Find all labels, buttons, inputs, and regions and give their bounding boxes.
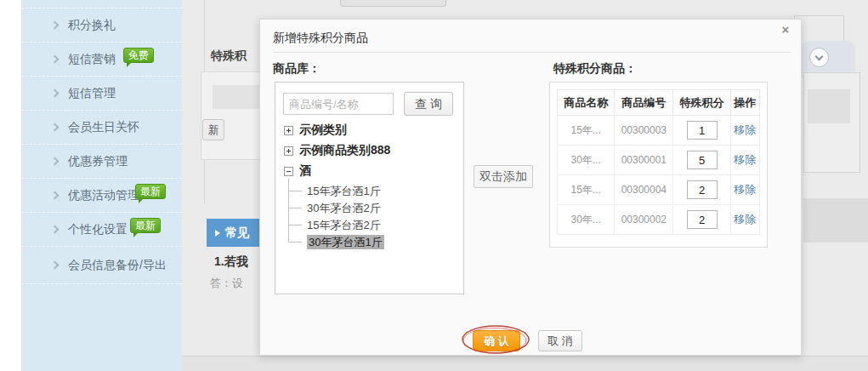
tree-leaf-product-selected[interactable]: 30年茅台酒1斤 — [288, 233, 460, 250]
table-header-row: 商品名称 商品编号 特殊积分 操作 — [558, 90, 760, 116]
action-cell: 移除 — [730, 205, 759, 235]
product-tree: 示例类别 示例商品类别888 酒 15年茅台酒1斤 30年茅台酒2斤 — [284, 120, 460, 250]
faq-header-label: 常见 — [225, 225, 249, 241]
remove-link[interactable]: 移除 — [734, 183, 756, 196]
table-row: 15年... 00300003 移除 — [558, 116, 760, 146]
chevron-right-icon — [51, 261, 60, 270]
tree-leaf-product[interactable]: 15年茅台酒2斤 — [288, 216, 460, 233]
collapse-icon[interactable] — [284, 167, 293, 176]
query-button[interactable]: 查 询 — [404, 92, 453, 116]
double-click-add-button[interactable]: 双击添加 — [474, 165, 533, 188]
new-badge: 最新 — [135, 184, 166, 199]
expand-icon[interactable] — [284, 126, 293, 135]
sidebar: 积分换礼 短信营销 免费 短信管理 会员生日关怀 优惠券管理 优惠活动管理 最新… — [21, 0, 182, 371]
background-section-label: 特殊积 — [211, 49, 247, 64]
tree-leaf-product[interactable]: 15年茅台酒1斤 — [288, 182, 460, 199]
remove-link[interactable]: 移除 — [734, 123, 756, 136]
product-search-input[interactable] — [283, 93, 394, 115]
tree-children: 15年茅台酒1斤 30年茅台酒2斤 15年茅台酒2斤 30年茅台酒1斤 — [288, 181, 460, 250]
sidebar-item-label: 短信营销 — [68, 52, 116, 67]
close-icon[interactable]: × — [779, 23, 792, 37]
chevron-right-icon — [51, 123, 60, 132]
sidebar-item-sms-marketing[interactable]: 短信营销 免费 — [21, 43, 182, 77]
chevron-right-icon — [51, 55, 60, 64]
points-cell — [673, 175, 730, 205]
background-panel — [803, 198, 868, 243]
selected-products-table: 商品名称 商品编号 特殊积分 操作 15年... 00300003 — [557, 89, 760, 235]
table-row: 30年... 00300001 移除 — [558, 146, 760, 175]
selected-products-panel: 商品名称 商品编号 特殊积分 操作 15年... 00300003 — [549, 82, 768, 248]
product-code-cell: 00300004 — [615, 175, 673, 205]
sidebar-item-label: 优惠活动管理 — [68, 188, 139, 203]
sidebar-item-promo-management[interactable]: 优惠活动管理 最新 — [21, 179, 182, 213]
triangle-right-icon — [215, 230, 220, 237]
tree-node-sample-category-888[interactable]: 示例商品类别888 — [284, 140, 460, 161]
background-field — [808, 89, 850, 123]
column-header-name: 商品名称 — [558, 90, 615, 116]
dialog-title: 新增特殊积分商品 — [273, 31, 368, 46]
product-code-cell: 00300002 — [615, 205, 673, 235]
table-row: 15年... 00300004 移除 — [558, 175, 760, 205]
background-new-button-partial: 新 — [202, 119, 224, 140]
product-name-cell: 30年... — [558, 205, 615, 235]
tree-leaf-product[interactable]: 30年茅台酒2斤 — [288, 199, 460, 216]
action-cell: 移除 — [730, 175, 759, 205]
title-divider — [273, 52, 791, 53]
sidebar-item-label: 短信管理 — [68, 86, 116, 101]
sidebar-item-member-birthday[interactable]: 会员生日关怀 — [21, 111, 182, 145]
sidebar-item-member-backup-export[interactable]: 会员信息备份/导出 — [21, 247, 182, 284]
product-code-cell: 00300001 — [615, 146, 673, 175]
product-library-label: 商品库： — [273, 61, 321, 77]
sidebar-item-label: 个性化设置 — [68, 222, 128, 237]
product-library-panel: 查 询 示例类别 示例商品类别888 酒 15年茅台酒1斤 — [275, 82, 464, 294]
product-name-cell: 15年... — [558, 116, 615, 146]
add-special-points-product-dialog: × 新增特殊积分商品 商品库： 特殊积分商品： 查 询 示例类别 示例商品类别8… — [259, 19, 802, 356]
sidebar-item-label: 积分换礼 — [68, 18, 116, 33]
background-button-partial — [340, 0, 446, 7]
chevron-right-icon — [51, 225, 60, 234]
column-header-action: 操作 — [730, 90, 759, 116]
sidebar-partial-item — [21, 0, 182, 9]
points-input[interactable] — [687, 121, 718, 140]
faq-question-text: 1.若我 — [214, 254, 248, 270]
points-cell — [673, 205, 730, 235]
chevron-right-icon — [51, 191, 60, 200]
faq-answer-text: 答：设 — [210, 276, 243, 291]
tree-node-sample-category[interactable]: 示例类别 — [284, 120, 460, 140]
product-code-cell: 00300003 — [615, 116, 673, 146]
column-header-code: 商品编号 — [615, 90, 673, 116]
remove-link[interactable]: 移除 — [734, 213, 756, 225]
points-cell — [673, 116, 730, 146]
collapse-toggle-button — [809, 48, 829, 67]
screen: 积分换礼 短信营销 免费 短信管理 会员生日关怀 优惠券管理 优惠活动管理 最新… — [0, 0, 868, 371]
new-badge: 最新 — [130, 218, 161, 233]
product-name-cell: 30年... — [558, 146, 615, 175]
sidebar-item-personalization[interactable]: 个性化设置 最新 — [21, 213, 182, 247]
chevron-right-icon — [51, 89, 60, 98]
table-row: 30年... 00300002 移除 — [558, 205, 760, 235]
points-input[interactable] — [687, 180, 718, 199]
expand-icon[interactable] — [284, 146, 293, 156]
column-header-points: 特殊积分 — [673, 90, 730, 116]
cancel-button[interactable]: 取 消 — [538, 330, 582, 351]
tree-node-wine[interactable]: 酒 — [284, 161, 460, 181]
confirm-button[interactable]: 确 认 — [473, 330, 520, 351]
sidebar-item-points-exchange[interactable]: 积分换礼 — [21, 9, 182, 43]
sidebar-item-label: 优惠券管理 — [68, 154, 128, 169]
remove-link[interactable]: 移除 — [734, 153, 756, 166]
sidebar-item-label: 会员生日关怀 — [68, 120, 139, 135]
selected-products-label: 特殊积分商品： — [553, 61, 637, 77]
sidebar-item-coupon-management[interactable]: 优惠券管理 — [21, 145, 182, 179]
chevron-right-icon — [51, 21, 60, 30]
points-cell — [673, 146, 730, 175]
product-name-cell: 15年... — [558, 175, 615, 205]
action-cell: 移除 — [730, 146, 759, 175]
free-badge: 免费 — [123, 48, 154, 63]
chevron-down-icon — [815, 52, 824, 60]
points-input[interactable] — [687, 210, 718, 229]
background-footer-strip — [182, 356, 868, 371]
sidebar-item-sms-management[interactable]: 短信管理 — [21, 77, 182, 111]
chevron-right-icon — [51, 157, 60, 166]
points-input[interactable] — [687, 151, 718, 169]
action-cell: 移除 — [730, 116, 759, 146]
